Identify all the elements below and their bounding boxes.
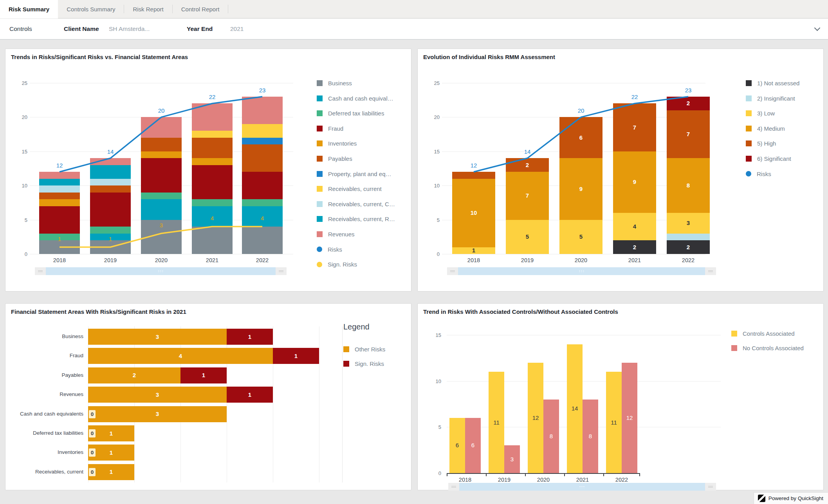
tab-control-report[interactable]: Control Report <box>173 0 228 18</box>
bar-value-label: 3 <box>667 220 710 226</box>
bar-segment-business[interactable] <box>192 227 233 254</box>
legend-item-receivables-current-c[interactable]: Receivables, current, C… <box>317 201 395 207</box>
bar-value-label: 7 <box>506 192 549 199</box>
bar-segment-deferred-tax-liabilities[interactable] <box>141 193 182 199</box>
slider-right-grip[interactable] <box>705 267 716 275</box>
bar-segment-payables[interactable] <box>141 138 182 151</box>
legend-item-revenues[interactable]: Revenues <box>317 231 355 238</box>
legend-swatch-icon <box>317 126 323 131</box>
panel-rmm-assessment: Evolution of Individual Risks RMM Assess… <box>417 49 824 292</box>
tab-risk-report[interactable]: Risk Report <box>124 0 172 18</box>
bar-segment-fraud[interactable] <box>39 206 80 234</box>
x-axis-label: 2018 <box>42 257 77 263</box>
bar-segment-business[interactable] <box>90 240 131 254</box>
bar-segment-deferred-tax-liabilities[interactable] <box>242 199 283 206</box>
legend-item-business[interactable]: Business <box>317 80 352 86</box>
bar-value-label: 4 <box>88 353 273 359</box>
bar-segment-business[interactable] <box>39 240 80 254</box>
bar-segment-payables[interactable] <box>39 193 80 199</box>
legend-item-6-significant[interactable]: 6) Significant <box>746 155 791 162</box>
bar-segment-receivables-current[interactable] <box>192 131 233 137</box>
y-axis-tick-label: 0 <box>422 251 440 257</box>
client-name-value[interactable]: SH Amsterda... <box>109 25 150 32</box>
bar-segment-inventories[interactable] <box>39 199 80 206</box>
x-axis-tick <box>639 474 640 476</box>
x-axis-range-slider[interactable] <box>447 267 716 275</box>
legend-item-4-medium[interactable]: 4) Medium <box>746 125 785 132</box>
bar-segment-business[interactable] <box>141 220 182 254</box>
legend-item-receivables-current[interactable]: Receivables, current <box>317 185 382 192</box>
legend-item-deferred-tax-liabilities[interactable]: Deferred tax liabilities <box>317 110 384 117</box>
legend-item-3-low[interactable]: 3) Low <box>746 110 775 117</box>
legend-item-cash-and-cash-equival[interactable]: Cash and cash equival… <box>317 95 393 102</box>
bar-segment-deferred-tax-liabilities[interactable] <box>192 199 233 206</box>
bar-segment-cash-and-cash-equival[interactable] <box>192 206 233 227</box>
slider-right-grip[interactable] <box>705 483 716 491</box>
bar-segment-deferred-tax-liabilities[interactable] <box>90 227 131 233</box>
y-axis-category-label: Fraud <box>7 353 83 358</box>
bar-segment-receivables-current-c[interactable] <box>90 179 131 185</box>
bar-segment-revenues[interactable] <box>90 158 131 165</box>
bar-segment-2-insignificant[interactable] <box>667 234 710 240</box>
legend-item-payables[interactable]: Payables <box>317 155 352 162</box>
bar-segment-payables[interactable] <box>192 138 233 158</box>
legend-item-other-risks[interactable]: Other Risks <box>343 346 385 353</box>
legend-item-fraud[interactable]: Fraud <box>317 125 343 132</box>
slider-right-grip[interactable] <box>276 267 287 275</box>
legend-item-sign-risks[interactable]: Sign. Risks <box>317 261 357 268</box>
slider-drag-dots-icon <box>579 486 585 488</box>
bar-segment-receivables-current-r[interactable] <box>39 179 80 185</box>
bar-segment-fraud[interactable] <box>141 158 182 192</box>
legend-item-property-plant-and-eq[interactable]: Property, plant and eq… <box>317 171 391 177</box>
legend-item-risks[interactable]: Risks <box>317 246 342 253</box>
x-axis-range-slider[interactable] <box>35 267 287 275</box>
legend-item-controls-associated[interactable]: Controls Associated <box>731 330 795 337</box>
legend-item-1-not-assessed[interactable]: 1) Not assessed <box>746 80 799 86</box>
bar-segment-revenues[interactable] <box>192 103 233 131</box>
bar-segment-revenues[interactable] <box>39 172 80 178</box>
legend-swatch-icon <box>317 231 323 237</box>
legend-swatch-icon <box>343 346 349 352</box>
y-axis-tick-label: 20 <box>422 114 440 120</box>
bar-segment-fraud[interactable] <box>242 172 283 199</box>
bar-segment-cash-and-cash-equival[interactable] <box>242 206 283 227</box>
bar-value-label: 7 <box>613 124 656 131</box>
legend-swatch-icon <box>317 216 323 222</box>
x-axis-range-slider[interactable] <box>448 483 716 491</box>
bar-value-label: 1 <box>452 247 495 254</box>
bar-segment-receivables-current-r[interactable] <box>90 165 131 179</box>
legend-item-inventories[interactable]: Inventories <box>317 140 357 147</box>
legend-item-sign-risks[interactable]: Sign. Risks <box>343 360 384 367</box>
bar-segment-revenues[interactable] <box>141 117 182 137</box>
legend-item-no-controls-associated[interactable]: No Controls Associated <box>731 345 804 351</box>
slider-left-grip[interactable] <box>447 267 458 275</box>
bar-segment-business[interactable] <box>242 227 283 254</box>
panel-controls-trend: Trend in Risks With Associated Controls/… <box>417 303 824 490</box>
bar-segment-payables[interactable] <box>90 185 131 192</box>
slider-left-grip[interactable] <box>35 267 46 275</box>
collapse-controls-chevron-icon[interactable] <box>814 25 821 31</box>
bar-segment-inventories[interactable] <box>192 158 233 165</box>
legend-item-risks[interactable]: Risks <box>746 171 771 177</box>
bar-segment-inventories[interactable] <box>141 151 182 158</box>
bar-segment-deferred-tax-liabilities[interactable] <box>39 234 80 240</box>
tab-controls-summary[interactable]: Controls Summary <box>58 0 124 18</box>
bar-segment-cash-and-cash-equival[interactable] <box>90 234 131 240</box>
legend-item-2-insignificant[interactable]: 2) Insignificant <box>746 95 795 102</box>
bar-segment-fraud[interactable] <box>90 193 131 227</box>
bar-segment-payables[interactable] <box>242 144 283 172</box>
tab-risk-summary[interactable]: Risk Summary <box>0 0 58 18</box>
bar-segment-revenues[interactable] <box>242 97 283 124</box>
bar-segment-fraud[interactable] <box>192 165 233 199</box>
legend-item-receivables-current-r[interactable]: Receivables, current, R… <box>317 216 395 222</box>
legend-swatch-icon <box>317 171 323 177</box>
legend-item-5-high[interactable]: 5) High <box>746 140 776 147</box>
bar-segment-5-high[interactable] <box>452 172 495 178</box>
gridline <box>319 326 319 482</box>
year-end-value[interactable]: 2021 <box>230 25 244 32</box>
slider-left-grip[interactable] <box>448 483 459 491</box>
bar-segment-cash-and-cash-equival[interactable] <box>141 199 182 220</box>
bar-segment-receivables-current[interactable] <box>242 124 283 138</box>
bar-segment-receivables-current-c[interactable] <box>39 185 80 192</box>
bar-segment-property-plant-and-eq[interactable] <box>242 138 283 144</box>
